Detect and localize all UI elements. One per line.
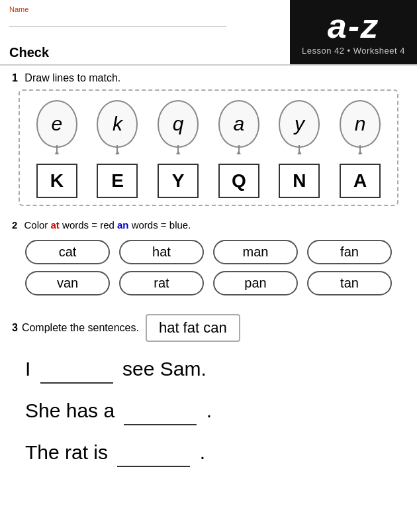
sentence2: She has a .	[25, 396, 392, 425]
letter-box: N	[279, 164, 320, 198]
section3: 3 Complete the sentences. hat fat can I …	[0, 307, 417, 471]
word-oval: fan	[307, 240, 392, 264]
balloon-container: y▲	[279, 100, 320, 154]
section2-at: at	[51, 219, 60, 231]
logo-az: a-z	[328, 9, 379, 43]
color-words-grid: cathatmanfanvanratpantan	[12, 236, 405, 299]
section2-title: 2 Color at words = red an words = blue.	[12, 219, 405, 231]
section1-title: 1 Draw lines to match.	[12, 72, 405, 84]
section3-instruction: Complete the sentences.	[22, 322, 139, 334]
balloon-container: a▲	[218, 100, 259, 154]
sentence1: I see Sam.	[25, 354, 392, 384]
blank3[interactable]	[117, 466, 190, 467]
balloon: a	[218, 100, 259, 148]
letter-box: K	[36, 164, 77, 198]
word-oval: pan	[213, 271, 298, 295]
section1-instruction: Draw lines to match.	[24, 72, 120, 83]
logo-lesson: Lesson 42 • Worksheet 4	[302, 46, 405, 56]
name-section: Name	[0, 0, 290, 30]
section1: 1 Draw lines to match. e▲k▲q▲a▲y▲n▲ KEYQ…	[0, 66, 417, 210]
header: Name Check a-z Lesson 42 • Worksheet 4	[0, 0, 417, 66]
section2: 2 Color at words = red an words = blue. …	[0, 213, 417, 303]
letter-box: Q	[218, 164, 259, 198]
balloon: k	[97, 100, 138, 148]
balloon: n	[340, 100, 381, 148]
balloon: e	[36, 100, 77, 148]
word-oval: tan	[307, 271, 392, 295]
section2-number: 2	[12, 219, 17, 231]
section2-middle: words = red	[60, 219, 117, 231]
word-oval: van	[25, 271, 110, 295]
section2-prefix: Color	[24, 219, 51, 231]
word-oval: hat	[119, 240, 204, 264]
letter-boxes-row: KEYQNA	[26, 164, 391, 198]
balloon-container: k▲	[97, 100, 138, 154]
balloons-area: e▲k▲q▲a▲y▲n▲ KEYQNA	[19, 89, 398, 206]
balloon-container: n▲	[340, 100, 381, 154]
blank1[interactable]	[40, 382, 113, 384]
sentence3: The rat is .	[25, 437, 392, 467]
name-input-line[interactable]	[9, 15, 226, 27]
word-oval: rat	[119, 271, 204, 295]
balloon-container: q▲	[158, 100, 199, 154]
letter-box: Y	[158, 164, 199, 198]
section2-suffix: words = blue.	[129, 219, 191, 231]
section1-number: 1	[12, 72, 18, 83]
balloon-container: e▲	[36, 100, 77, 154]
letter-box: A	[340, 164, 381, 198]
check-label: Check	[0, 30, 290, 64]
balloon: y	[279, 100, 320, 148]
blank2[interactable]	[124, 424, 197, 425]
word-oval: cat	[25, 240, 110, 264]
section2-an: an	[117, 219, 129, 231]
balloon: q	[158, 100, 199, 148]
section3-number: 3	[12, 322, 18, 334]
word-oval: man	[213, 240, 298, 264]
logo-box: a-z Lesson 42 • Worksheet 4	[290, 0, 417, 64]
section3-header: 3 Complete the sentences. hat fat can	[12, 314, 405, 342]
balloons-row: e▲k▲q▲a▲y▲n▲	[26, 100, 391, 154]
name-label: Name	[9, 5, 281, 13]
word-bank: hat fat can	[146, 314, 240, 342]
letter-box: E	[97, 164, 138, 198]
